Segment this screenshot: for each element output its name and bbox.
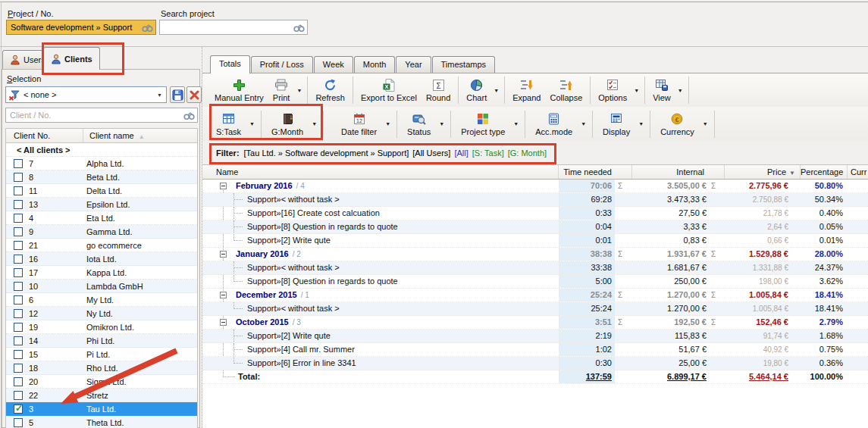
project-input[interactable] — [9, 23, 142, 32]
task-row[interactable]: Support»[2] Write qute 2:19 115,83 € 91,… — [202, 330, 868, 343]
client-checkbox[interactable] — [14, 295, 23, 305]
options-button[interactable]: Options — [594, 74, 631, 106]
acc-mode-button[interactable]: Acc.mode — [529, 108, 578, 140]
client-checkbox[interactable] — [14, 241, 23, 250]
client-row[interactable]: 22 Stretz — [6, 389, 197, 402]
report-tab-week[interactable]: Week — [314, 56, 353, 73]
task-row[interactable]: Support»< without task > 25:24 1.270,00 … — [202, 302, 868, 316]
manual-entry-button[interactable]: Manual Entry — [210, 74, 268, 106]
column-percentage[interactable]: Percentage — [801, 165, 848, 179]
collapse-toggle-icon[interactable] — [220, 319, 227, 326]
column-price[interactable]: Price▼ — [725, 165, 801, 179]
client-checkbox[interactable] — [14, 268, 23, 277]
project-type-button[interactable]: Project type — [455, 108, 511, 140]
tab-clients[interactable]: Clients — [43, 47, 100, 70]
search-project-input[interactable] — [162, 23, 293, 32]
client-checkbox[interactable] — [14, 336, 23, 345]
export-to-excel-button[interactable]: X Export to Excel — [356, 74, 421, 106]
report-tab-year[interactable]: Year — [396, 56, 431, 73]
search-project-field[interactable] — [159, 20, 308, 35]
client-row[interactable]: 5 Theta Ltd. — [6, 416, 197, 428]
client-checkbox[interactable] — [14, 282, 23, 291]
report-tab-totals[interactable]: Totals — [210, 55, 250, 73]
task-row[interactable]: Support»[16] Create cost calcuation 0:33… — [202, 207, 868, 220]
expand-button[interactable]: Expand — [508, 74, 545, 106]
date-filter-button[interactable]: 12 Date filter — [335, 108, 383, 140]
client-checkbox[interactable] — [14, 405, 23, 414]
dropdown-arrow-icon[interactable]: ▼ — [513, 121, 519, 127]
save-selection-button[interactable] — [170, 86, 185, 103]
client-row[interactable]: 17 Kappa Ltd. — [6, 266, 197, 280]
client-row[interactable]: 7 Alpha Ltd. — [6, 157, 197, 170]
delete-selection-button[interactable] — [186, 86, 202, 103]
search-icon[interactable] — [142, 23, 153, 33]
task-row[interactable]: Support»[2] Write qute 0:01 0,83 € 0,66 … — [202, 234, 868, 248]
client-checkbox[interactable] — [14, 214, 23, 223]
currency-button[interactable]: € Currency — [654, 108, 700, 140]
client-checkbox[interactable] — [14, 323, 23, 332]
client-row[interactable]: 16 Iota Ltd. — [6, 252, 197, 266]
month-group-row[interactable]: October 2015/ 3 3:51 Σ 192,50 € Σ 152,46… — [202, 316, 868, 330]
client-row[interactable]: 8 Beta Ltd. — [6, 170, 197, 184]
display-button[interactable]: Display — [597, 108, 636, 140]
client-checkbox[interactable] — [14, 309, 23, 318]
all-clients-row[interactable]: < All clients > — [6, 143, 197, 157]
task-row[interactable]: Support»< without task > 69:28 3.473,33 … — [202, 193, 868, 207]
column-client-name[interactable]: Client name▲ — [83, 129, 197, 142]
month-group-row[interactable]: February 2016/ 4 70:06 Σ 3.505,00 € Σ 2.… — [202, 180, 868, 193]
print-button[interactable]: Print — [268, 74, 295, 106]
dropdown-arrow-icon[interactable]: ▼ — [703, 121, 708, 127]
dropdown-arrow-icon[interactable]: ▼ — [494, 88, 499, 93]
client-row[interactable]: 15 Pi Ltd. — [6, 348, 197, 361]
group-month-button[interactable]: G:Month — [265, 108, 309, 140]
column-name[interactable]: Name — [202, 165, 559, 179]
report-tab-profit-loss[interactable]: Profit / Loss — [251, 56, 313, 73]
status-button[interactable]: Status — [401, 108, 437, 140]
dropdown-arrow-icon[interactable]: ▼ — [296, 88, 302, 93]
project-selector-field[interactable] — [6, 20, 156, 35]
round-button[interactable]: Σ Round — [421, 74, 455, 106]
dropdown-arrow-icon[interactable]: ▼ — [581, 121, 586, 127]
dropdown-arrow-icon[interactable]: ▼ — [439, 121, 444, 127]
client-filter-field[interactable] — [5, 108, 198, 123]
dropdown-arrow-icon[interactable]: ▼ — [638, 121, 644, 127]
report-tab-month[interactable]: Month — [354, 56, 396, 73]
client-row[interactable]: 21 go ecommerce — [6, 239, 197, 252]
collapse-button[interactable]: Collapse — [545, 74, 587, 106]
report-tab-timestamps[interactable]: Timestamps — [432, 56, 496, 73]
search-icon[interactable] — [293, 23, 305, 33]
task-row[interactable]: Support»< without task > 33:38 1.681,67 … — [202, 261, 868, 275]
column-client-no[interactable]: Client No. — [6, 129, 83, 142]
client-row[interactable]: 10 Lambda GmbH — [6, 280, 197, 293]
task-row[interactable]: Support»[6] Error in line 3341 0:30 25,0… — [202, 357, 868, 370]
dropdown-arrow-icon[interactable]: ▼ — [678, 88, 683, 93]
client-row[interactable]: 19 Omikron Ltd. — [6, 320, 197, 334]
client-checkbox[interactable] — [14, 200, 23, 209]
column-internal[interactable]: Internal — [632, 165, 725, 179]
client-checkbox[interactable] — [14, 377, 23, 386]
client-checkbox[interactable] — [14, 227, 23, 236]
collapse-toggle-icon[interactable] — [220, 251, 227, 258]
client-row[interactable]: 14 Phi Ltd. — [6, 334, 197, 348]
client-checkbox[interactable] — [14, 350, 23, 359]
client-row[interactable]: 11 Delta Ltd. — [6, 184, 197, 198]
search-icon[interactable] — [183, 111, 195, 120]
client-checkbox[interactable] — [14, 173, 23, 182]
client-checkbox[interactable] — [14, 418, 23, 427]
client-row[interactable]: 4 Eta Ltd. — [6, 211, 197, 225]
sort-task-button[interactable]: S:Task — [210, 108, 247, 140]
dropdown-arrow-icon[interactable]: ▼ — [249, 121, 255, 127]
column-currency[interactable]: Curr — [848, 165, 868, 179]
client-checkbox[interactable] — [14, 255, 23, 264]
task-row[interactable]: Support»[8] Question in regards to quote… — [202, 275, 868, 289]
dropdown-arrow-icon[interactable]: ▼ — [385, 121, 390, 127]
view-button[interactable]: View — [648, 74, 675, 106]
task-row[interactable]: Support»[8] Question in regards to quote… — [202, 220, 868, 234]
client-row[interactable]: 9 Gamma Ltd. — [6, 225, 197, 239]
month-group-row[interactable]: January 2016/ 2 38:38 Σ 1.931,67 € Σ 1.5… — [202, 248, 868, 261]
client-row[interactable]: 6 My Ltd. — [6, 293, 197, 307]
task-row[interactable]: Support»[4] Call mr. Summer 1:02 51,67 €… — [202, 343, 868, 357]
chevron-down-icon[interactable]: ▼ — [155, 92, 164, 98]
dropdown-arrow-icon[interactable]: ▼ — [312, 121, 317, 127]
client-row[interactable]: 12 Ny Ltd. — [6, 307, 197, 320]
